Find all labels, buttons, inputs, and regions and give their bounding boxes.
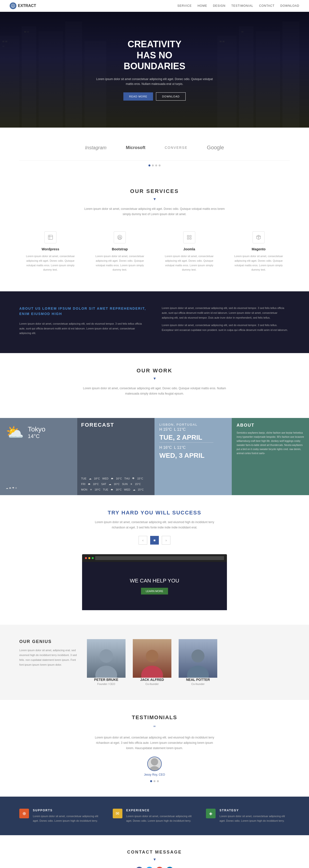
testimonials-text: Lorem ipsum dolor sit amet, consectetuar… — [94, 735, 215, 751]
quote-icon: " — [19, 724, 290, 731]
brand-converse: CONVERSE — [165, 146, 188, 150]
mockup-browser-bar — [82, 554, 227, 562]
twitter-button[interactable]: t — [146, 867, 153, 868]
try-btn-play[interactable]: ■ — [150, 536, 159, 545]
genius-description: Lorem ipsum dolor sit amet, adipiscing e… — [19, 648, 77, 667]
t-dot-2[interactable] — [153, 780, 156, 782]
forecast-row-3: MON☀18°C TUE🌧16°C WED☁15°C — [81, 488, 151, 491]
nav-contact[interactable]: CONTACT — [259, 4, 275, 7]
bootstrap-desc: Lorem ipsum dolor sit amet, consectetuar… — [94, 254, 146, 272]
brand-dot-2[interactable] — [152, 164, 154, 166]
about-left: ABOUT US LOREM IPSUM DOLOR SIT AMET REPR… — [19, 306, 147, 339]
brand-dot-4[interactable] — [159, 164, 161, 166]
svg-point-28 — [95, 665, 117, 678]
contact-section: CONTACT MESSAGE ▾ f t g+ in SEND MASSAGE — [0, 835, 309, 868]
nav-download[interactable]: DOWNLOAD — [280, 4, 299, 7]
genius-neal: NEAL POTTER Co-founder — [179, 639, 217, 685]
logo-text: EXTRACT — [18, 4, 36, 8]
forecast-rows: TUE☁18°C WED🌧16°C THU🌩15°C FRI🌧18°C SAT☁… — [81, 477, 151, 491]
nav-design[interactable]: DESIGN — [213, 4, 225, 7]
brands-list: Instagram Microsoft CONVERSE Google — [19, 135, 290, 161]
dot-yellow — [88, 557, 90, 559]
experience-text: EXPERIENCE Lorem ipsum dolor sit amet, c… — [126, 809, 197, 823]
svg-rect-24 — [190, 236, 191, 237]
services-section: OUR SERVICES ▾ Lorem ipsum dolor sit ame… — [0, 174, 309, 291]
svg-point-30 — [141, 665, 163, 678]
brands-section: Instagram Microsoft CONVERSE Google — [0, 128, 309, 174]
footer-supports: ⊕ SUPPORTS Lorem ipsum dolor sit amet, c… — [19, 809, 103, 823]
jack-role: Co-founder — [133, 683, 171, 685]
magento-name: Magento — [232, 247, 285, 251]
contact-social: f t g+ in — [19, 867, 290, 868]
peter-photo — [87, 639, 125, 678]
services-arrow: ▾ — [19, 196, 290, 202]
cal-temp2: H 16°C L 11°C — [159, 445, 227, 450]
forecast-row-1: TUE☁18°C WED🌧16°C THU🌩15°C — [81, 477, 151, 480]
weather-temp: 14°C — [28, 433, 46, 439]
linkedin-button[interactable]: in — [166, 867, 174, 868]
experience-title: EXPERIENCE — [126, 809, 197, 812]
neal-photo — [179, 639, 217, 678]
about-dark-section: ABOUT US LOREM IPSUM DOLOR SIT AMET REPR… — [0, 291, 309, 353]
svg-point-27 — [100, 649, 113, 663]
strategy-title: STRATEGY — [220, 809, 290, 812]
t-dot-3[interactable] — [157, 780, 159, 782]
mockup-cta-button[interactable]: LEARN MORE — [141, 588, 168, 594]
genius-jack: JACK ALFRED Co-founder — [133, 639, 171, 685]
genius-layout: OUR GENIUS Lorem ipsum dolor sit amet, a… — [19, 639, 290, 685]
peter-name: PETER BRUKE — [87, 678, 125, 682]
t-dot-1[interactable] — [150, 780, 152, 782]
svg-point-33 — [151, 758, 158, 766]
mockup-container: WE CAN HELP YOU LEARN MORE — [82, 554, 227, 610]
our-work-section: OUR WORK ▾ Lorem ipsum dolor sit amet, c… — [0, 353, 309, 418]
navbar-logo[interactable]: e EXTRACT — [10, 2, 36, 9]
hero-description: Lorem ipsum dolor sit amet consectetuar … — [94, 77, 215, 87]
jack-name: JACK ALFRED — [133, 678, 171, 682]
brand-microsoft: Microsoft — [126, 145, 145, 150]
work-grid: ⛅ Tokyo 14°C ☁ 🌧 🌩 ☀ FORECAST TUE☁18°C W… — [0, 418, 309, 495]
read-more-button[interactable]: READ MORE — [123, 92, 153, 100]
about-card-text: Semiotics wayfarers banjo, cliche fashio… — [236, 431, 304, 455]
about-right-text1: Lorem ipsum dolor sit amet, consectetuar… — [162, 306, 290, 320]
about-card: ABOUT Semiotics wayfarers banjo, cliche … — [232, 418, 309, 495]
hero-buttons: READ MORE DOWNLOAD — [94, 92, 215, 100]
strategy-text: STRATEGY Lorem ipsum dolor sit amet, con… — [220, 809, 290, 823]
facebook-button[interactable]: f — [135, 867, 143, 868]
svg-text:e: e — [12, 5, 14, 7]
svg-rect-23 — [187, 236, 189, 237]
cal-city: LISBON, PORTUGAL — [159, 423, 227, 426]
about-left-text: Lorem ipsum dolor sit amet, consectetuar… — [19, 321, 147, 336]
services-description: Lorem ipsum dolor sit amet, consectetuar… — [82, 207, 227, 217]
about-card-title: ABOUT — [236, 423, 304, 428]
nav-home[interactable]: HOME — [197, 4, 207, 7]
testimonial-dots — [19, 780, 290, 782]
try-btn-prev[interactable]: ‹ — [139, 536, 147, 545]
genius-cards: PETER BRUKE Founder / CEO JACK ALFRED Co… — [87, 639, 290, 685]
neal-name: NEAL POTTER — [179, 678, 217, 682]
cal-date2: WED, 3 APRIL — [159, 452, 227, 460]
weather-card: ⛅ Tokyo 14°C ☁ 🌧 🌩 ☀ — [0, 418, 77, 495]
brand-dot-1[interactable] — [148, 164, 150, 166]
nav-testimonial[interactable]: TESTIMONIAL — [231, 4, 253, 7]
magento-icon — [253, 231, 264, 243]
nav-service[interactable]: SERVICE — [177, 4, 192, 7]
try-btn-next[interactable]: › — [162, 536, 170, 545]
mockup-headline: WE CAN HELP YOU — [130, 578, 179, 584]
about-title: ABOUT US LOREM IPSUM DOLOR SIT AMET REPR… — [19, 306, 147, 317]
try-hard-buttons: ‹ ■ › — [19, 536, 290, 545]
service-bootstrap: Bootstrap Lorem ipsum dolor sit amet, co… — [89, 226, 151, 277]
magento-desc: Lorem ipsum dolor sit amet, consectetuar… — [232, 254, 285, 272]
brand-dot-3[interactable] — [155, 164, 157, 166]
about-right: Lorem ipsum dolor sit amet, consectetuar… — [162, 306, 290, 336]
download-button[interactable]: DOWNLOAD — [156, 92, 186, 100]
google-button[interactable]: g+ — [156, 867, 163, 868]
work-description: Lorem ipsum dolor sit amet, consectetuar… — [82, 386, 227, 396]
weather-top: ⛅ Tokyo 14°C — [6, 424, 72, 441]
joomla-name: Joomla — [163, 247, 216, 251]
testimonial-avatar — [147, 756, 162, 771]
svg-point-34 — [149, 766, 160, 771]
svg-point-32 — [187, 665, 209, 678]
supports-desc: Lorem ipsum dolor sit amet, consectetuar… — [33, 814, 103, 823]
contact-arrow: ▾ — [19, 857, 290, 862]
testimonials-section: TESTIMONIALS " Lorem ipsum dolor sit ame… — [0, 700, 309, 797]
